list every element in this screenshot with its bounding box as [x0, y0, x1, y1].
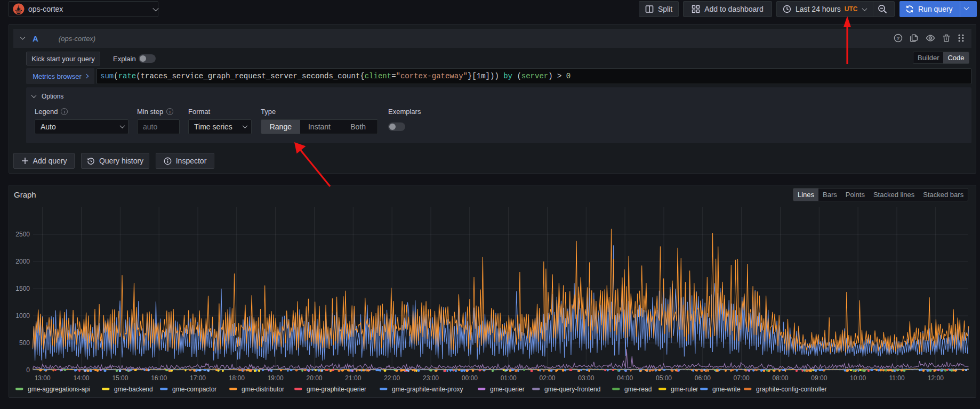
svg-text:gme-write: gme-write	[712, 386, 741, 393]
svg-text:22:00: 22:00	[384, 374, 400, 382]
svg-text:03:00: 03:00	[578, 374, 594, 382]
svg-text:04:00: 04:00	[617, 374, 633, 382]
svg-text:13:00: 13:00	[35, 374, 51, 382]
svg-text:06:00: 06:00	[695, 374, 711, 382]
svg-text:07:00: 07:00	[734, 374, 750, 382]
svg-text:21:00: 21:00	[345, 374, 361, 382]
svg-text:gme-graphite-write-proxy: gme-graphite-write-proxy	[392, 386, 463, 393]
svg-text:gme-read: gme-read	[624, 386, 652, 393]
svg-text:gme-query-frontend: gme-query-frontend	[544, 386, 600, 393]
svg-text:11:00: 11:00	[889, 374, 904, 382]
svg-text:2500: 2500	[15, 231, 30, 238]
svg-text:19:00: 19:00	[268, 374, 284, 382]
svg-text:0: 0	[26, 366, 30, 374]
svg-text:graphite-config-controller: graphite-config-controller	[756, 386, 827, 393]
svg-text:17:00: 17:00	[190, 374, 206, 382]
svg-text:gme-aggregations-api: gme-aggregations-api	[28, 386, 90, 393]
svg-text:gme-backend: gme-backend	[114, 386, 153, 393]
svg-text:500: 500	[19, 339, 30, 347]
svg-text:02:00: 02:00	[539, 374, 555, 382]
svg-text:08:00: 08:00	[772, 374, 788, 382]
svg-text:23:00: 23:00	[423, 374, 439, 382]
svg-text:gme-graphite-querier: gme-graphite-querier	[307, 386, 366, 393]
svg-text:09:00: 09:00	[811, 374, 827, 382]
svg-text:18:00: 18:00	[229, 374, 245, 382]
svg-text:12:00: 12:00	[928, 374, 944, 382]
svg-text:2000: 2000	[15, 258, 30, 265]
svg-text:14:00: 14:00	[73, 374, 89, 382]
svg-text:1000: 1000	[15, 312, 30, 320]
svg-text:gme-querier: gme-querier	[490, 386, 525, 393]
svg-text:00:00: 00:00	[462, 374, 478, 382]
svg-text:05:00: 05:00	[656, 374, 672, 382]
svg-text:1500: 1500	[15, 285, 30, 292]
svg-text:20:00: 20:00	[306, 374, 322, 382]
svg-text:gme-ruler: gme-ruler	[671, 386, 698, 393]
svg-text:gme-distributor: gme-distributor	[242, 386, 284, 393]
svg-text:10:00: 10:00	[850, 374, 866, 382]
svg-text:16:00: 16:00	[151, 374, 167, 382]
svg-text:gme-compactor: gme-compactor	[172, 386, 216, 393]
svg-text:15:00: 15:00	[112, 374, 128, 382]
svg-text:01:00: 01:00	[501, 374, 517, 382]
svg-text:?: ?	[897, 35, 900, 41]
